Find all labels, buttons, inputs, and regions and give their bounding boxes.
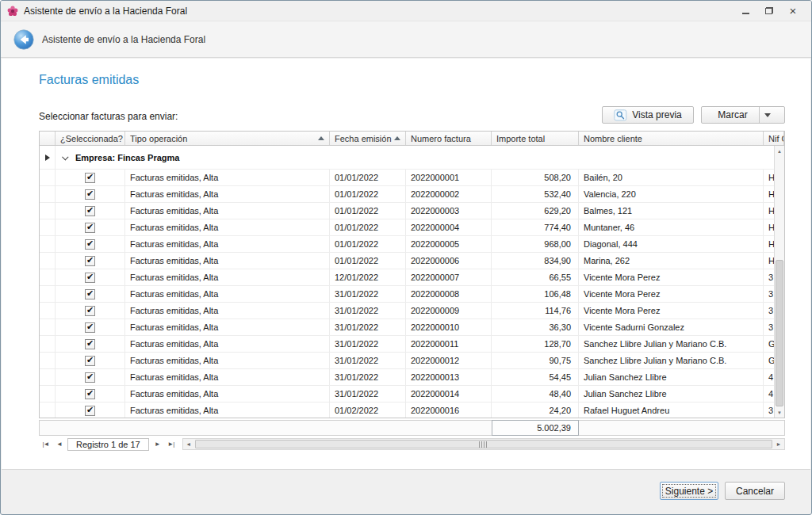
table-row[interactable]: ✔ Facturas emitidas, Alta 01/01/2022 202… <box>40 219 784 236</box>
row-select-cell: ✔ <box>56 303 125 319</box>
column-header-fecha-emision[interactable]: Fecha emisión <box>330 132 406 145</box>
row-checkbox[interactable]: ✔ <box>85 372 95 383</box>
column-header-nombre-cliente[interactable]: Nombre cliente <box>579 132 764 145</box>
column-header-nif-cliente[interactable]: Nif C <box>764 132 784 145</box>
instruction-label: Seleccionar facturas para enviar: <box>39 111 178 122</box>
row-checkbox[interactable]: ✔ <box>85 289 95 299</box>
page-title: Facturas emitidas <box>39 73 139 87</box>
row-indicator-cell <box>40 170 56 185</box>
table-row[interactable]: ✔ Facturas emitidas, Alta 31/01/2022 202… <box>40 286 784 303</box>
table-row[interactable]: ✔ Facturas emitidas, Alta 31/01/2022 202… <box>40 336 784 353</box>
back-arrow-icon[interactable] <box>13 29 34 50</box>
collapse-chevron-icon[interactable] <box>62 154 68 160</box>
table-row[interactable]: ✔ Facturas emitidas, Alta 12/01/2022 202… <box>40 269 784 286</box>
column-header-numero-factura[interactable]: Numero factura <box>406 132 492 145</box>
column-header-seleccionada[interactable]: ¿Seleccionada? <box>56 132 125 145</box>
table-row[interactable]: ✔ Facturas emitidas, Alta 01/01/2022 202… <box>40 186 784 203</box>
column-header-importe-total[interactable]: Importe total <box>492 132 579 145</box>
cell-nombre-cliente: Diagonal, 444 <box>579 236 764 252</box>
cell-numero-factura: 2022000001 <box>406 170 492 185</box>
close-icon: × <box>790 5 797 17</box>
table-row[interactable]: ✔ Facturas emitidas, Alta 01/01/2022 202… <box>40 170 784 186</box>
cell-numero-factura: 2022000002 <box>406 186 492 202</box>
row-checkbox[interactable]: ✔ <box>85 356 95 366</box>
window-controls: × <box>733 3 805 19</box>
preview-button[interactable]: Vista previa <box>602 106 694 124</box>
row-indicator-cell <box>40 253 56 269</box>
row-indicator-cell <box>40 286 56 302</box>
scroll-grip-icon <box>479 441 488 448</box>
column-label-nif-cliente: Nif C <box>768 134 784 143</box>
cell-nombre-cliente: Muntaner, 46 <box>579 219 764 235</box>
dialog-window: Asistente de envío a la Hacienda Foral × <box>0 0 812 515</box>
minimize-button[interactable] <box>733 3 757 19</box>
grid-body: Empresa: Fincas Pragma ✔ Facturas emitid… <box>40 146 784 418</box>
cell-nombre-cliente: Rafael Huguet Andreu <box>579 402 764 418</box>
check-icon: ✔ <box>86 389 94 398</box>
table-row[interactable]: ✔ Facturas emitidas, Alta 01/01/2022 202… <box>40 236 784 253</box>
horizontal-scrollbar[interactable]: ◄ ► <box>182 438 785 450</box>
scroll-up-icon[interactable]: ▲ <box>775 146 784 156</box>
row-select-cell: ✔ <box>56 336 125 352</box>
cell-nombre-cliente: Julian Sanchez Llibre <box>579 386 764 402</box>
row-checkbox[interactable]: ✔ <box>85 206 95 216</box>
table-row[interactable]: ✔ Facturas emitidas, Alta 31/01/2022 202… <box>40 369 784 386</box>
restore-button[interactable] <box>757 3 781 19</box>
row-checkbox[interactable]: ✔ <box>85 389 95 399</box>
table-row[interactable]: ✔ Facturas emitidas, Alta 31/01/2022 202… <box>40 353 784 369</box>
close-button[interactable]: × <box>781 3 805 19</box>
cell-importe-total: 48,40 <box>492 386 579 402</box>
column-header-tipo-operacion[interactable]: Tipo operación <box>125 132 330 145</box>
first-record-button[interactable]: |◄ <box>39 438 52 451</box>
next-record-button[interactable]: ► <box>151 438 164 451</box>
cell-fecha-emision: 12/01/2022 <box>330 269 406 285</box>
row-checkbox[interactable]: ✔ <box>85 306 95 316</box>
cell-tipo-operacion: Facturas emitidas, Alta <box>125 303 330 319</box>
row-indicator-cell <box>40 219 56 235</box>
cancel-button[interactable]: Cancelar <box>725 482 785 500</box>
cell-fecha-emision: 31/01/2022 <box>330 286 406 302</box>
vertical-scrollbar[interactable]: ▲ ▼ <box>774 146 784 418</box>
horizontal-scroll-thumb[interactable] <box>195 440 772 448</box>
row-checkbox[interactable]: ✔ <box>85 173 95 183</box>
cell-nombre-cliente: Valencia, 220 <box>579 186 764 202</box>
table-row[interactable]: ✔ Facturas emitidas, Alta 01/02/2022 202… <box>40 402 784 418</box>
row-indicator-cell <box>40 402 56 418</box>
table-row[interactable]: ✔ Facturas emitidas, Alta 31/01/2022 202… <box>40 303 784 319</box>
mark-dropdown[interactable] <box>759 107 776 123</box>
scroll-down-icon[interactable]: ▼ <box>775 407 784 418</box>
row-checkbox[interactable]: ✔ <box>85 273 95 283</box>
row-checkbox[interactable]: ✔ <box>85 189 95 200</box>
column-label-tipo-operacion: Tipo operación <box>130 134 187 143</box>
table-row[interactable]: ✔ Facturas emitidas, Alta 01/01/2022 202… <box>40 253 784 269</box>
titlebar[interactable]: Asistente de envío a la Hacienda Foral × <box>1 1 811 21</box>
row-checkbox[interactable]: ✔ <box>85 256 95 266</box>
scroll-right-icon[interactable]: ► <box>773 439 784 449</box>
row-checkbox[interactable]: ✔ <box>85 239 95 250</box>
cell-numero-factura: 2022000016 <box>406 402 492 418</box>
cell-nombre-cliente: Sanchez Llibre Julian y Mariano C.B. <box>579 353 764 368</box>
check-icon: ✔ <box>86 339 94 348</box>
row-checkbox[interactable]: ✔ <box>85 322 95 333</box>
cell-tipo-operacion: Facturas emitidas, Alta <box>125 219 330 235</box>
group-row-empresa[interactable]: Empresa: Fincas Pragma <box>40 146 784 170</box>
row-checkbox[interactable]: ✔ <box>85 406 95 416</box>
prev-record-button[interactable]: ◄ <box>52 438 66 451</box>
table-row[interactable]: ✔ Facturas emitidas, Alta 01/01/2022 202… <box>40 203 784 219</box>
next-button[interactable]: Siguiente > <box>660 482 718 500</box>
cell-fecha-emision: 31/01/2022 <box>330 303 406 319</box>
last-record-button[interactable]: ►| <box>164 438 178 451</box>
column-label-importe-total: Importe total <box>496 134 545 143</box>
check-icon: ✔ <box>86 239 94 248</box>
cell-tipo-operacion: Facturas emitidas, Alta <box>125 353 330 368</box>
table-row[interactable]: ✔ Facturas emitidas, Alta 31/01/2022 202… <box>40 319 784 336</box>
row-checkbox[interactable]: ✔ <box>85 339 95 349</box>
table-row[interactable]: ✔ Facturas emitidas, Alta 31/01/2022 202… <box>40 386 784 402</box>
row-checkbox[interactable]: ✔ <box>85 223 95 233</box>
scroll-left-icon[interactable]: ◄ <box>183 439 194 449</box>
vertical-scroll-thumb[interactable] <box>776 260 783 406</box>
mark-button[interactable]: Marcar <box>701 106 785 124</box>
summary-row: 5.002,39 <box>39 420 785 436</box>
check-icon: ✔ <box>86 372 94 381</box>
cell-tipo-operacion: Facturas emitidas, Alta <box>125 336 330 352</box>
